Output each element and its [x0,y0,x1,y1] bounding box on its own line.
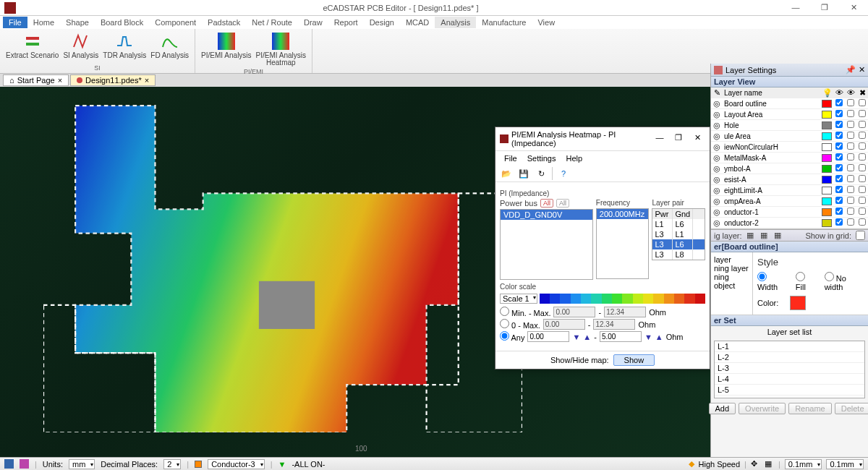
layer-row[interactable]: ◎onductor-2 [711,218,868,228]
status-icon[interactable] [4,459,14,469]
visibility-icon[interactable]: 👁 [833,88,845,97]
any-radio[interactable]: Any [500,331,524,342]
tab-close-icon[interactable]: × [58,76,62,85]
powerbus-item[interactable]: VDD_D_GND0V [501,210,592,220]
pencil-icon[interactable]: ✎ [711,88,723,98]
dlg-menu-help[interactable]: Help [561,153,587,164]
decimal-select[interactable]: 2 [163,459,181,469]
lock-icon[interactable]: ✖ [856,88,868,98]
layerset-item[interactable]: L-4 [715,374,864,385]
overwrite-button[interactable]: Overwrite [739,403,786,414]
spinner-down-icon[interactable]: ▼ [644,333,652,341]
extract-scenario[interactable]: Extract Scenario [4,30,60,61]
dlg-menu-file[interactable]: File [500,153,522,164]
add-button[interactable]: Add [709,403,736,414]
menu-draw[interactable]: Draw [298,17,328,28]
menu-netroute[interactable]: Net / Route [246,17,298,28]
grid3-icon[interactable]: ▦ [774,231,783,240]
frequency-item[interactable]: 200.000MHz [597,209,649,219]
dialog-minimize[interactable]: — [652,132,668,145]
menu-component[interactable]: Component [149,17,202,28]
tab-close-icon[interactable]: × [145,76,149,85]
opt-layer[interactable]: layer [714,255,749,264]
menu-shape[interactable]: Shape [60,17,95,28]
help-icon[interactable]: ? [557,167,570,180]
delete-button[interactable]: Delete [835,403,868,414]
close-button[interactable]: ✕ [839,0,868,16]
piemi-heatmap[interactable]: PI/EMI AnalysisHeatmap [255,30,307,68]
menu-padstack[interactable]: Padstack [202,17,246,28]
layer-row[interactable]: ◎MetalMask-A [711,153,868,163]
fd-analysis[interactable]: FD Analysis [149,30,190,61]
layer-row[interactable]: ◎Layout Area [711,109,868,120]
menu-boardblock[interactable]: Board Block [95,17,149,28]
save-icon[interactable]: 💾 [517,167,530,180]
any-from[interactable] [527,331,569,342]
open-icon[interactable]: 📂 [500,167,513,180]
piemi-analysis[interactable]: PI/EMI Analysis [200,30,252,68]
layerset-item[interactable]: L-3 [715,363,864,374]
menu-manufacture[interactable]: Manufacture [476,17,532,28]
layerset-item[interactable]: L-2 [715,352,864,363]
menu-design[interactable]: Design [364,17,400,28]
dlg-menu-settings[interactable]: Settings [523,153,561,164]
rename-button[interactable]: Rename [788,403,832,414]
refresh-icon[interactable]: ↻ [535,167,548,180]
layer-row[interactable]: ◎ompArea-A [711,196,868,207]
status-icon2[interactable] [20,459,29,469]
menu-home[interactable]: Home [27,17,60,28]
layer-row[interactable]: ◎ymbol-A [711,163,868,174]
doc-tab[interactable]: Design11.pdes*× [70,74,156,86]
zeromax-radio[interactable]: 0 - Max. [500,319,540,330]
layerpair-row[interactable]: L3L8 [652,249,705,260]
menu-view[interactable]: View [532,17,561,28]
minimize-button[interactable]: — [781,0,810,16]
tool-icon[interactable]: ✥ [751,459,760,469]
layer-row[interactable]: ◎esist-A [711,174,868,185]
doc-tab[interactable]: ⌂Start Page× [3,74,69,86]
scale-select[interactable]: Scale 1 [500,294,537,304]
bulb-icon[interactable]: 💡 [822,88,833,98]
show-button[interactable]: Show [613,354,655,366]
width-radio[interactable]: Width [757,272,787,291]
layer-row[interactable]: ◎onductor-1 [711,207,868,218]
units-select[interactable]: mm [69,459,95,469]
si-analysis[interactable]: SI Analysis [61,30,100,61]
opt-ning-object[interactable]: ning object [714,273,749,290]
menu-mcad[interactable]: MCAD [400,17,435,28]
layer-row[interactable]: ◎eightLimit-A [711,185,868,196]
pin-icon[interactable]: 📌 [846,65,856,74]
layerset-list[interactable]: L-1L-2L-3L-4L-5 [714,341,865,398]
maximize-button[interactable]: ❐ [810,0,839,16]
snap1-select[interactable]: 0.1mm [785,459,822,469]
eye-icon[interactable]: 👁 [845,88,856,97]
grid2-icon[interactable]: ▦ [760,231,770,240]
layerpair-row[interactable]: L3L6 [652,239,705,249]
layer-row[interactable]: ◎Board outline [711,98,868,109]
layerpair-row[interactable]: L3L1 [652,229,705,239]
minmax-radio[interactable]: Min. - Max. [500,307,550,317]
dialog-maximize[interactable]: ❐ [671,132,686,145]
layer-row[interactable]: ◎ule Area [711,131,868,142]
dialog-close[interactable]: ✕ [689,132,705,145]
layerset-item[interactable]: L-1 [715,341,864,352]
grid-icon[interactable]: ▦ [746,231,756,240]
snap2-select[interactable]: 0.1mm [826,459,864,469]
spinner-down-icon[interactable]: ▼ [572,333,580,341]
color-swatch[interactable] [790,296,806,310]
fill-radio[interactable]: Fill [796,272,816,291]
layerset-item[interactable]: L-5 [715,385,864,396]
nowidth-radio[interactable]: No width [825,272,864,291]
spinner-up-icon[interactable]: ▲ [583,333,591,341]
layer-row[interactable]: ◎Hole [711,120,868,131]
menu-analysis[interactable]: Analysis [435,17,476,28]
all-button[interactable]: All [540,199,553,208]
filter-icon[interactable]: ▼ [278,460,286,469]
grid-toggle-icon[interactable]: ▦ [765,459,774,469]
frequency-list[interactable]: 200.000MHz [596,208,650,279]
any-to[interactable] [600,331,642,342]
panel-close-icon[interactable]: ✕ [859,65,865,74]
active-layer-select[interactable]: Conductor-3 [208,459,265,469]
layer-row[interactable]: ◎iewNonCircularH [711,142,868,153]
layerpair-row[interactable]: L1L6 [652,219,705,229]
